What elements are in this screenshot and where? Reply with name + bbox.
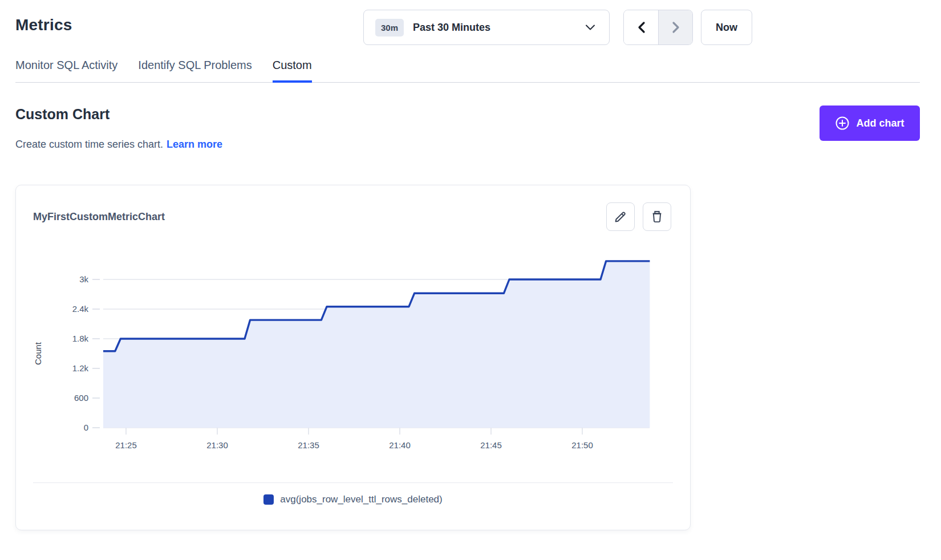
y-axis-title: Count <box>33 342 43 365</box>
add-chart-button[interactable]: Add chart <box>820 105 920 141</box>
time-range-label: Past 30 Minutes <box>413 22 581 34</box>
time-range-dropdown[interactable]: 30m Past 30 Minutes <box>363 10 610 45</box>
chart-card-header: MyFirstCustomMetricChart <box>16 202 690 231</box>
delete-chart-button[interactable] <box>643 202 671 231</box>
chevron-right-icon <box>671 21 681 34</box>
x-axis-tick-label: 21:35 <box>298 440 319 450</box>
chart-legend: avg(jobs_row_level_ttl_rows_deleted) <box>16 494 690 505</box>
metrics-page: Metrics 30m Past 30 Minutes Now Monitor <box>0 0 941 560</box>
custom-chart-canvas: 06001.2k1.8k2.4k3k21:2521:3021:3521:4021… <box>33 239 674 456</box>
x-axis-tick-label: 21:45 <box>480 440 502 450</box>
tab-custom[interactable]: Custom <box>273 59 312 82</box>
chart-title: MyFirstCustomMetricChart <box>33 211 165 223</box>
chevron-left-icon <box>636 21 646 34</box>
learn-more-link[interactable]: Learn more <box>167 139 222 150</box>
tab-identify-sql-problems[interactable]: Identify SQL Problems <box>138 59 252 82</box>
legend-divider <box>33 482 673 483</box>
legend-label: avg(jobs_row_level_ttl_rows_deleted) <box>280 494 442 505</box>
y-axis-tick-label: 1.8k <box>72 334 89 343</box>
time-controls: 30m Past 30 Minutes Now <box>363 10 752 45</box>
time-range-badge: 30m <box>375 19 404 36</box>
x-axis-tick-label: 21:25 <box>115 440 137 450</box>
y-axis-tick-label: 600 <box>74 393 88 403</box>
pencil-icon <box>613 209 628 224</box>
time-back-button[interactable] <box>624 10 658 44</box>
legend-swatch <box>263 494 274 505</box>
edit-chart-button[interactable] <box>606 202 635 231</box>
series-area <box>103 261 650 428</box>
y-axis-tick-label: 3k <box>79 274 88 284</box>
x-axis-tick-label: 21:40 <box>389 440 411 450</box>
tab-bar: Monitor SQL Activity Identify SQL Proble… <box>15 59 920 83</box>
description-text: Create custom time series chart. <box>15 139 163 150</box>
y-axis-tick-label: 1.2k <box>72 363 89 373</box>
custom-chart-card: MyFirstCustomMetricChart 06001. <box>15 185 691 530</box>
plus-circle-icon <box>835 116 850 131</box>
y-axis-tick-label: 2.4k <box>72 304 89 314</box>
chart-actions <box>606 202 671 231</box>
tab-monitor-sql-activity[interactable]: Monitor SQL Activity <box>15 59 117 82</box>
y-axis-tick-label: 0 <box>84 423 88 432</box>
x-axis-tick-label: 21:50 <box>571 440 593 450</box>
section-title: Custom Chart <box>15 106 109 123</box>
page-title: Metrics <box>15 16 72 34</box>
time-step-controls <box>623 10 693 45</box>
trash-icon <box>650 209 664 224</box>
now-button[interactable]: Now <box>701 10 752 45</box>
time-forward-button[interactable] <box>658 10 692 44</box>
add-chart-label: Add chart <box>856 117 904 129</box>
x-axis-tick-label: 21:30 <box>206 440 228 450</box>
section-description: Create custom time series chart.Learn mo… <box>15 139 222 151</box>
chevron-down-icon <box>585 24 595 31</box>
